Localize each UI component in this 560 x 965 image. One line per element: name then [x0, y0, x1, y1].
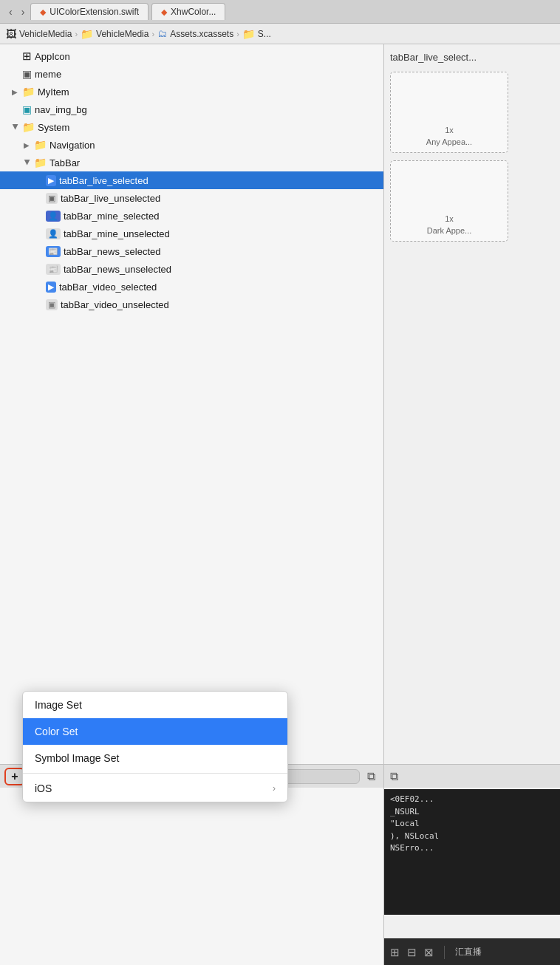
folder-tabbar-icon: 📁: [34, 157, 47, 168]
play-icon-video-selected: ▶: [46, 282, 56, 293]
dropdown-divider: [23, 773, 287, 774]
arrow-system: ▶: [12, 123, 20, 131]
arrow-myitem: ▶: [12, 88, 19, 96]
dropdown-item-ios[interactable]: iOS ›: [23, 775, 287, 802]
tree-item-myitem[interactable]: ▶ 📁 MyItem: [0, 83, 383, 100]
breadcrumb-sep-3: ›: [236, 30, 239, 38]
asset-slot-dark-appearance: 1xDark Appe...: [390, 160, 508, 242]
dropdown-item-color-set[interactable]: Color Set: [23, 718, 287, 745]
appiconset-icon: ⊞: [22, 50, 32, 63]
tree-item-meme[interactable]: ▣ meme: [0, 65, 383, 83]
system-label: System: [38, 122, 69, 133]
folder-icon-1: 📁: [81, 28, 93, 40]
image-icon-live-unselected: ▣: [46, 193, 58, 204]
color-set-label: Color Set: [35, 726, 78, 737]
tabbar-label: TabBar: [49, 157, 80, 168]
arrow-tabbar: ▶: [24, 159, 32, 166]
person-icon-mine-unselected: 👤: [46, 228, 61, 239]
breadcrumb-item-2[interactable]: VehicleMedia: [96, 29, 148, 39]
tab-back-button[interactable]: ‹: [6, 4, 16, 19]
tree-item-tabbar-news-selected[interactable]: 📰 tabBar_news_selected: [0, 242, 383, 260]
tree-item-navigation[interactable]: ▶ 📁 Navigation: [0, 136, 383, 154]
ios-label: iOS: [35, 782, 52, 794]
tree-item-navimgbg[interactable]: ▣ nav_img_bg: [0, 100, 383, 118]
divider: [444, 946, 445, 959]
breadcrumb-sep-2: ›: [151, 30, 154, 38]
folder-navigation-icon: 📁: [34, 139, 47, 151]
vehicle-media-icon-1: 🖼: [6, 28, 16, 40]
folder-system-icon: 📁: [22, 121, 35, 133]
news-selected-label: tabBar_news_selected: [64, 246, 161, 257]
tree-item-tabbar-live-selected[interactable]: ▶ tabBar_live_selected: [0, 171, 383, 189]
myitem-label: MyItem: [38, 86, 69, 98]
code-output-area: <0EF02... _NSURL "Local ), NSLocal NSErr…: [384, 789, 560, 915]
tree-item-tabbar-mine-unselected[interactable]: 👤 tabBar_mine_unselected: [0, 225, 383, 242]
mine-unselected-label: tabBar_mine_unselected: [64, 228, 170, 239]
right-bottom-toolbar: ⧉: [384, 764, 560, 788]
tree-item-appiconset[interactable]: ⊞ AppIcon: [0, 47, 383, 65]
tab-label: UIColorExtension.swift: [49, 7, 139, 17]
folder-myitem-icon: 📁: [22, 86, 35, 98]
live-selected-label: tabBar_live_selected: [59, 175, 148, 186]
meme-label: meme: [35, 69, 61, 80]
code-output-text: <0EF02... _NSURL "Local ), NSLocal NSErr…: [390, 794, 439, 853]
swift-icon: ◆: [40, 7, 46, 17]
file-tree-panel: ⊞ AppIcon ▣ meme ▶ 📁 MyItem: [0, 44, 384, 965]
right-panel-toggle-icon[interactable]: ⧉: [363, 768, 380, 785]
dropdown-item-image-set[interactable]: Image Set: [23, 692, 287, 718]
broadcast-label: 汇直播: [455, 946, 482, 958]
ios-arrow-icon: ›: [273, 783, 276, 794]
tree-item-tabbar-live-unselected[interactable]: ▣ tabBar_live_unselected: [0, 189, 383, 207]
symbol-image-set-label: Symbol Image Set: [35, 752, 119, 764]
tab-forward-button[interactable]: ›: [18, 4, 28, 19]
tab-xhwcolor[interactable]: ◆ XhwColor...: [151, 3, 225, 20]
play-icon-live-selected: ▶: [46, 175, 56, 186]
tree-item-tabbar-video-selected[interactable]: ▶ tabBar_video_selected: [0, 278, 383, 296]
dropdown-item-symbol-image-set[interactable]: Symbol Image Set: [23, 745, 287, 771]
tab-label-2: XhwColor...: [171, 7, 216, 17]
news-icon-selected: 📰: [46, 246, 61, 257]
breadcrumb-sep-1: ›: [75, 30, 78, 38]
video-selected-label: tabBar_video_selected: [59, 282, 157, 293]
news-icon-unselected: 📰: [46, 264, 61, 275]
panel-toggle-icon-1[interactable]: ⊞: [390, 946, 400, 959]
panel-toggle-icon-3[interactable]: ⊠: [424, 946, 434, 959]
tree-item-tabbar-news-unselected[interactable]: 📰 tabBar_news_unselected: [0, 260, 383, 278]
news-unselected-label: tabBar_news_unselected: [64, 264, 171, 275]
tree-item-tabbar[interactable]: ▶ 📁 TabBar: [0, 154, 383, 171]
navimgbg-label: nav_img_bg: [35, 104, 87, 115]
right-toolbar-copy-icon[interactable]: ⧉: [390, 770, 398, 783]
panel-toggle-icon-2[interactable]: ⊟: [407, 946, 417, 959]
slot-dark-label: 1xDark Appe...: [427, 214, 472, 236]
breadcrumb-item-4[interactable]: S...: [258, 29, 271, 39]
mine-selected-label: tabBar_mine_selected: [64, 211, 159, 222]
breadcrumb-item-1[interactable]: VehicleMedia: [19, 29, 72, 39]
bottom-dark-bar: ⊞ ⊟ ⊠ 汇直播: [384, 938, 560, 965]
tree-item-tabbar-video-unselected[interactable]: ▣ tabBar_video_unselected: [0, 296, 383, 313]
tab-uicolorextension[interactable]: ◆ UIColorExtension.swift: [30, 3, 148, 20]
tab-bar: ‹ › ◆ UIColorExtension.swift ◆ XhwColor.…: [0, 0, 560, 24]
tree-item-tabbar-mine-selected[interactable]: 👤 tabBar_mine_selected: [0, 207, 383, 225]
meme-icon: ▣: [22, 68, 32, 80]
add-icon: +: [11, 770, 18, 783]
image-set-label: Image Set: [35, 699, 82, 711]
arrow-navigation: ▶: [24, 141, 31, 149]
tree-item-system[interactable]: ▶ 📁 System: [0, 118, 383, 136]
dropdown-menu: Image Set Color Set Symbol Image Set iOS…: [22, 691, 288, 802]
folder-icon-2: 📁: [242, 28, 255, 40]
asset-preview-panel: tabBar_live_select... 1xAny Appea... 1xD…: [384, 44, 560, 965]
slot-any-label: 1xAny Appea...: [426, 125, 472, 148]
appiconset-label: AppIcon: [35, 51, 70, 62]
asset-title: tabBar_live_select...: [390, 50, 554, 64]
swift-icon-2: ◆: [161, 7, 167, 17]
assets-icon: 🗂: [157, 28, 167, 39]
breadcrumb-item-3[interactable]: Assets.xcassets: [170, 29, 233, 39]
image-icon-video-unselected: ▣: [46, 299, 58, 310]
person-icon-mine-selected: 👤: [46, 211, 61, 222]
breadcrumb: 🖼 VehicleMedia › 📁 VehicleMedia › 🗂 Asse…: [0, 24, 560, 44]
navigation-label: Navigation: [49, 140, 95, 151]
navimgbg-icon: ▣: [22, 103, 32, 115]
asset-slot-any-appearance: 1xAny Appea...: [390, 72, 508, 153]
live-unselected-label: tabBar_live_unselected: [61, 193, 160, 204]
video-unselected-label: tabBar_video_unselected: [61, 299, 169, 310]
